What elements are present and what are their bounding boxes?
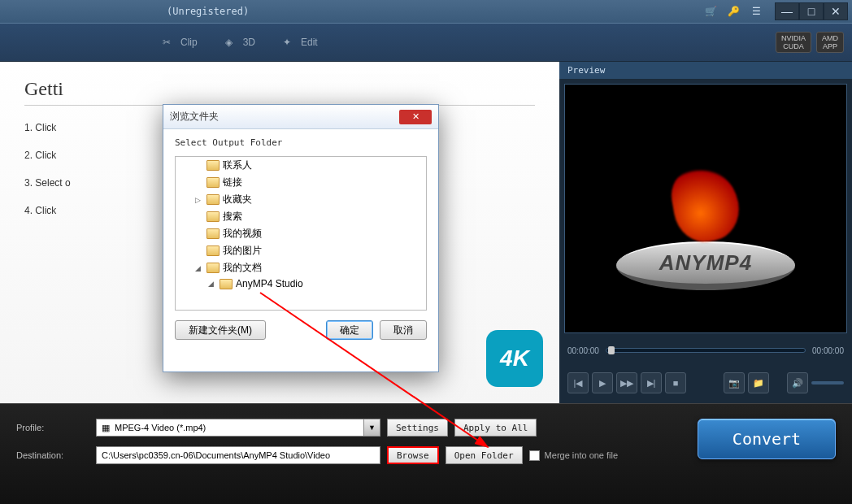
destination-value: C:\Users\pc0359.cn-06\Documents\AnyMP4 S… bbox=[102, 450, 330, 460]
toolbar: ✂ Clip ◈ 3D ✦ Edit NVIDIACUDA AMDAPP bbox=[0, 23, 852, 62]
key-icon[interactable]: 🔑 bbox=[723, 2, 744, 20]
tree-item-label: 联系人 bbox=[223, 159, 252, 172]
3d-label: 3D bbox=[243, 37, 255, 48]
folder-icon bbox=[206, 263, 220, 273]
snapshot-button[interactable]: 📷 bbox=[724, 372, 745, 393]
cuda-badge: NVIDIACUDA bbox=[776, 32, 811, 53]
tree-item-label: 我的文档 bbox=[223, 261, 262, 275]
title-bar: (Unregistered) 🛒 🔑 ☰ — □ ✕ bbox=[0, 0, 852, 23]
merge-label: Merge into one file bbox=[545, 450, 619, 460]
tree-item[interactable]: ▷收藏夹 bbox=[176, 191, 426, 208]
bottom-bar: Profile: ▦ MPEG-4 Video (*.mp4) ▼ Settin… bbox=[0, 403, 852, 504]
profile-combo[interactable]: ▦ MPEG-4 Video (*.mp4) ▼ bbox=[96, 419, 380, 437]
stop-button[interactable]: ■ bbox=[665, 372, 686, 393]
apply-all-button[interactable]: Apply to All bbox=[454, 419, 537, 437]
expander-icon[interactable]: ▷ bbox=[195, 196, 203, 204]
window-title: (Unregistered) bbox=[4, 6, 700, 17]
next-button[interactable]: ▶▶ bbox=[616, 372, 637, 393]
folder-icon bbox=[206, 245, 220, 256]
convert-button[interactable]: Convert bbox=[698, 419, 836, 459]
amd-badge: AMDAPP bbox=[816, 32, 844, 53]
tree-item-label: AnyMP4 Studio bbox=[236, 278, 303, 289]
seek-bar[interactable] bbox=[606, 348, 806, 353]
volume-slider[interactable] bbox=[811, 381, 844, 385]
tree-item[interactable]: ◢我的文档 bbox=[176, 259, 426, 276]
tree-item[interactable]: 联系人 bbox=[176, 157, 426, 174]
new-folder-button[interactable]: 新建文件夹(M) bbox=[175, 320, 266, 340]
settings-button[interactable]: Settings bbox=[387, 419, 448, 437]
browse-button[interactable]: Browse bbox=[387, 446, 439, 464]
folder-icon bbox=[206, 160, 220, 171]
profile-label: Profile: bbox=[16, 423, 89, 432]
time-start: 00:00:00 bbox=[567, 346, 599, 355]
tree-item-label: 收藏夹 bbox=[223, 193, 252, 206]
folder-icon bbox=[206, 177, 220, 188]
tree-item[interactable]: ◢AnyMP4 Studio bbox=[176, 276, 426, 291]
folder-icon bbox=[220, 279, 233, 289]
time-end: 00:00:00 bbox=[812, 346, 844, 355]
menu-icon[interactable]: ☰ bbox=[746, 2, 767, 20]
destination-label: Destination: bbox=[16, 450, 89, 460]
chevron-down-icon[interactable]: ▼ bbox=[363, 419, 380, 436]
tree-item-label: 搜索 bbox=[223, 210, 242, 224]
clip-button[interactable]: ✂ Clip bbox=[146, 33, 209, 51]
folder-icon bbox=[206, 211, 220, 222]
preview-label: Preview bbox=[559, 62, 852, 79]
tree-item[interactable]: 我的图片 bbox=[176, 242, 426, 259]
close-button[interactable]: ✕ bbox=[824, 2, 848, 20]
profile-value: MPEG-4 Video (*.mp4) bbox=[115, 423, 206, 432]
page-title: Getti bbox=[24, 78, 535, 106]
cube-icon: ◈ bbox=[220, 33, 238, 51]
preview-pane: Preview ANYMP4 00:00:00 00:00:00 |◀ ▶ ▶▶… bbox=[559, 62, 852, 403]
tree-item[interactable]: 我的视频 bbox=[176, 225, 426, 242]
folder-icon bbox=[206, 194, 220, 205]
folder-button[interactable]: 📁 bbox=[748, 372, 769, 393]
tree-item-label: 链接 bbox=[223, 176, 242, 189]
maximize-button[interactable]: □ bbox=[799, 2, 824, 20]
tree-item-label: 我的图片 bbox=[223, 244, 262, 258]
browse-folder-dialog: 浏览文件夹 ✕ Select Output Folder 联系人链接▷收藏夹搜索… bbox=[163, 104, 439, 372]
open-folder-button[interactable]: Open Folder bbox=[446, 446, 523, 464]
preview-area: ANYMP4 bbox=[564, 84, 847, 333]
tree-item-label: 我的视频 bbox=[223, 227, 262, 241]
cart-icon[interactable]: 🛒 bbox=[700, 2, 721, 20]
clip-label: Clip bbox=[180, 37, 198, 48]
end-button[interactable]: ▶| bbox=[641, 372, 662, 393]
3d-button[interactable]: ◈ 3D bbox=[209, 33, 267, 51]
folder-icon bbox=[206, 228, 220, 239]
tree-item[interactable]: 链接 bbox=[176, 174, 426, 191]
anymp4-logo: ANYMP4 bbox=[616, 241, 795, 290]
play-button[interactable]: ▶ bbox=[592, 372, 613, 393]
merge-checkbox[interactable] bbox=[529, 450, 540, 461]
dialog-title: 浏览文件夹 bbox=[170, 110, 399, 124]
flame-icon bbox=[667, 163, 744, 246]
wand-icon: ✦ bbox=[278, 33, 296, 51]
4k-logo: 4K bbox=[486, 330, 543, 387]
expander-icon[interactable]: ◢ bbox=[195, 264, 203, 272]
destination-field[interactable]: C:\Users\pc0359.cn-06\Documents\AnyMP4 S… bbox=[96, 446, 380, 464]
minimize-button[interactable]: — bbox=[775, 2, 799, 20]
prev-button[interactable]: |◀ bbox=[567, 372, 589, 393]
expander-icon[interactable]: ◢ bbox=[208, 280, 216, 288]
edit-button[interactable]: ✦ Edit bbox=[267, 33, 329, 51]
ok-button[interactable]: 确定 bbox=[326, 320, 373, 340]
volume-button[interactable]: 🔊 bbox=[787, 372, 808, 393]
clip-icon: ✂ bbox=[158, 33, 176, 51]
dialog-close-button[interactable]: ✕ bbox=[399, 110, 432, 124]
folder-tree[interactable]: 联系人链接▷收藏夹搜索我的视频我的图片◢我的文档◢AnyMP4 Studio bbox=[175, 156, 427, 311]
tree-item[interactable]: 搜索 bbox=[176, 208, 426, 225]
dialog-subtitle: Select Output Folder bbox=[163, 129, 438, 156]
edit-label: Edit bbox=[301, 37, 318, 48]
cancel-button[interactable]: 取消 bbox=[380, 320, 427, 340]
